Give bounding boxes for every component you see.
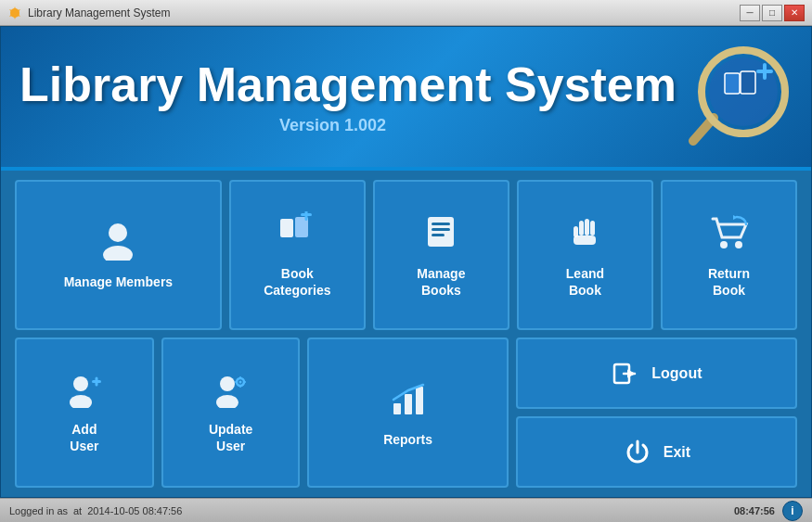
update-user-icon [213,371,250,414]
book-categories-button[interactable]: BookCategories [229,180,366,330]
header-main-title: Library Management System [19,58,677,111]
update-user-button[interactable]: UpdateUser [161,337,301,488]
reports-label: Reports [383,431,432,448]
svg-marker-26 [733,215,738,220]
svg-rect-19 [579,221,584,236]
svg-point-31 [220,376,235,391]
info-icon[interactable]: i [782,501,803,521]
cart-icon [709,211,750,258]
svg-point-27 [73,376,88,391]
reports-button[interactable]: Reports [307,337,508,488]
right-column: Logout Exit [516,337,797,488]
svg-rect-39 [393,403,401,414]
logout-button[interactable]: Logout [516,337,797,409]
header-version: Version 1.002 [279,116,677,135]
svg-rect-35 [239,376,241,379]
status-bar: Logged in as at 2014-10-05 08:47:56 08:4… [0,498,812,522]
header-logo [686,44,793,150]
logout-icon [611,359,640,388]
book-categories-icon [277,211,317,258]
svg-rect-21 [590,221,595,236]
svg-rect-11 [280,219,293,237]
app-icon [7,6,22,20]
svg-point-28 [70,395,92,408]
svg-rect-40 [405,394,412,414]
logout-label: Logout [651,365,702,382]
svg-rect-23 [574,236,596,245]
window-content: Library Management System Version 1.002 [0,26,812,498]
exit-button[interactable]: Exit [516,416,797,488]
leand-book-label: LeandBook [566,265,604,299]
add-user-button[interactable]: AddUser [15,337,154,488]
leand-book-button[interactable]: LeandBook [517,180,653,330]
at-label: at [73,505,82,516]
svg-rect-38 [243,381,246,383]
book-categories-label: BookCategories [264,265,330,299]
add-user-label: AddUser [70,421,98,454]
return-book-button[interactable]: ReturnBook [661,180,797,330]
title-bar-left: Library Management System [7,6,170,20]
svg-point-32 [216,395,238,408]
svg-rect-18 [432,234,445,236]
button-row-2: AddUser Updat [15,337,797,488]
svg-point-24 [720,241,728,248]
svg-rect-6 [741,71,755,94]
manage-books-label: ManageBooks [417,265,465,299]
svg-rect-41 [416,387,423,414]
svg-point-9 [109,223,127,242]
header-title-area: Library Management System Version 1.002 [19,58,677,134]
svg-rect-16 [432,223,450,225]
svg-rect-15 [428,217,454,247]
close-button[interactable]: ✕ [784,5,805,21]
person-icon [97,220,138,266]
return-book-label: ReturnBook [708,265,750,299]
status-left: Logged in as at 2014-10-05 08:47:56 [9,505,182,516]
svg-rect-36 [239,385,241,388]
svg-point-25 [735,241,742,248]
minimize-button[interactable]: ─ [740,5,760,21]
status-right: 08:47:56 i [734,501,803,521]
datetime-value: 2014-10-05 08:47:56 [87,505,182,516]
hand-icon [564,211,605,258]
svg-rect-30 [95,376,97,386]
logged-in-label: Logged in as [9,505,68,516]
svg-rect-5 [725,73,740,94]
button-row-1: Manage Members BookCategories [15,180,797,330]
svg-rect-37 [235,381,238,383]
manage-members-label: Manage Members [64,274,173,290]
svg-point-10 [103,246,133,261]
manage-books-button[interactable]: ManageBooks [373,180,509,330]
manage-books-icon [420,211,461,258]
svg-rect-14 [305,211,308,221]
svg-rect-20 [585,219,589,236]
header-banner: Library Management System Version 1.002 [1,27,811,171]
reports-icon [388,377,429,424]
button-grid-area: Manage Members BookCategories [1,171,811,497]
status-time: 08:47:56 [734,505,775,516]
svg-point-34 [238,380,241,383]
svg-rect-8 [763,63,767,80]
title-bar-title: Library Management System [28,6,170,19]
title-bar-controls: ─ □ ✕ [740,5,805,21]
add-user-icon [66,371,103,414]
manage-members-button[interactable]: Manage Members [15,180,222,330]
title-bar: Library Management System ─ □ ✕ [0,0,812,26]
exit-label: Exit [664,444,690,461]
svg-rect-17 [432,228,450,231]
maximize-button[interactable]: □ [762,5,782,21]
power-icon [623,438,652,467]
update-user-label: UpdateUser [209,421,252,454]
